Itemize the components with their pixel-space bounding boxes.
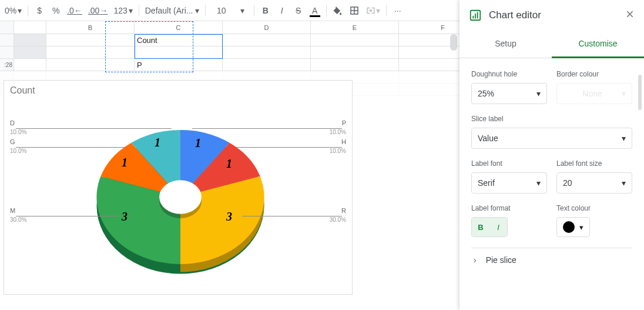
pie-slice-accordion[interactable]: › Pie slice [471,248,632,271]
cell[interactable] [46,59,135,71]
cell[interactable] [46,34,135,46]
label-font-size-select[interactable]: 20 ▾ [556,172,632,194]
column-header[interactable]: B [46,21,135,34]
cell[interactable] [14,34,46,46]
cell[interactable] [46,46,135,59]
cell[interactable] [135,46,223,59]
slice-label-select[interactable]: Value ▾ [471,128,632,149]
italic-button[interactable]: I [274,3,290,18]
leader-pct: 10.0% [330,129,346,135]
merge-button[interactable]: ▾ [363,3,383,18]
leader-line [16,128,172,129]
leader-pct: 30.0% [330,216,346,223]
leader-pct: 10.0% [10,148,26,154]
select-value: Value [478,134,498,143]
sidebar-title: Chart editor [489,9,541,21]
sidebar-scrollbar[interactable] [638,75,642,110]
chevron-down-icon: ▾ [622,89,626,98]
slice-label: 3 [226,210,232,224]
cell[interactable] [14,59,46,71]
field: Border colour None ▾ [556,70,632,104]
column-header[interactable]: E [311,21,399,34]
font-size-select[interactable]: 10 [209,3,234,18]
donut-chart [92,109,269,285]
font-size-label: 10 [217,6,226,15]
more-formats-button[interactable]: 123 ▾ [111,3,135,18]
bold-toggle[interactable]: B [472,218,489,236]
cell[interactable] [14,46,46,59]
font-select[interactable]: Default (Ari... ▾ [143,3,202,18]
close-icon [625,9,635,19]
cell[interactable]: P [135,59,223,71]
chevron-down-icon: ▾ [536,178,541,188]
svg-rect-7 [475,14,476,18]
select-all[interactable] [0,21,14,34]
select-value: 25% [478,89,494,98]
decrease-decimal-button[interactable]: .0← [65,3,85,18]
separator [205,5,206,16]
decrease-decimal-label: .0 [67,6,74,15]
borders-button[interactable] [347,3,362,18]
leader-line [16,216,119,216]
tab-customise[interactable]: Customise [552,31,644,58]
chart-title: Count [10,85,35,96]
italic-toggle[interactable]: I [489,218,507,236]
cell[interactable] [223,59,311,71]
cell[interactable] [223,46,311,59]
slice-label: 1 [155,136,160,149]
field-label: Label format [471,204,547,212]
field-row: Slice label Value ▾ [471,115,632,149]
field: Label format B I [471,204,547,237]
field-row: Label font Serif ▾ Label font size 20 ▾ [471,159,632,194]
text-colour-select[interactable]: ▾ [556,217,590,237]
label-font-select[interactable]: Serif ▾ [471,172,547,194]
zoom-select[interactable]: 0% ▾ [2,3,24,18]
bold-button[interactable]: B [258,3,273,18]
currency-button[interactable]: $ [32,3,47,18]
chevron-down-icon: ▾ [536,89,541,98]
chevron-down-icon: ▾ [622,134,626,143]
field-label: Slice label [471,115,632,123]
text-color-button[interactable]: A [307,3,323,18]
leader-label: G [10,138,15,145]
doughnut-hole-select[interactable]: 25% ▾ [471,83,547,104]
vertical-scrollbar[interactable] [450,34,457,51]
strike-button[interactable]: S [291,3,306,18]
field: Label font Serif ▾ [471,159,547,194]
field: Text colour ▾ [556,204,632,237]
cell[interactable] [311,59,399,71]
select-value: Serif [478,178,495,188]
border-colour-select[interactable]: None ▾ [556,83,632,104]
paint-bucket-icon [333,5,343,16]
row-header[interactable] [0,34,14,46]
column-header[interactable] [14,21,46,34]
leader-pct: 10.0% [10,129,26,135]
field: Doughnut hole 25% ▾ [471,70,547,104]
select-value: None [582,89,602,98]
fill-color-button[interactable] [330,3,346,18]
tab-setup[interactable]: Setup [459,31,552,58]
chevron-down-icon: ▾ [129,6,133,15]
increase-decimal-label: .00 [88,6,99,15]
cell[interactable]: Count [135,34,223,46]
chart[interactable]: Count 1 1 3 [4,80,353,295]
separator [139,5,139,16]
slice-label: 1 [122,156,128,169]
leader-line [192,128,342,129]
cell[interactable] [311,46,399,59]
cell[interactable] [223,34,311,46]
sidebar-body: Doughnut hole 25% ▾ Border colour None ▾… [459,58,644,310]
column-header[interactable]: C [135,21,223,34]
cell[interactable] [311,34,399,46]
font-size-dropdown[interactable]: ▾ [235,3,250,18]
percent-button[interactable]: % [48,3,63,18]
close-button[interactable] [625,9,635,22]
increase-decimal-button[interactable]: .00→ [86,3,110,18]
row-header[interactable]: :28 [0,59,14,71]
slice-label: 1 [195,136,201,150]
column-header[interactable]: D [223,21,311,34]
leader-label: D [10,119,15,126]
more-button[interactable]: ··· [390,3,405,18]
row-header[interactable] [0,46,14,59]
merge-icon [365,5,376,16]
